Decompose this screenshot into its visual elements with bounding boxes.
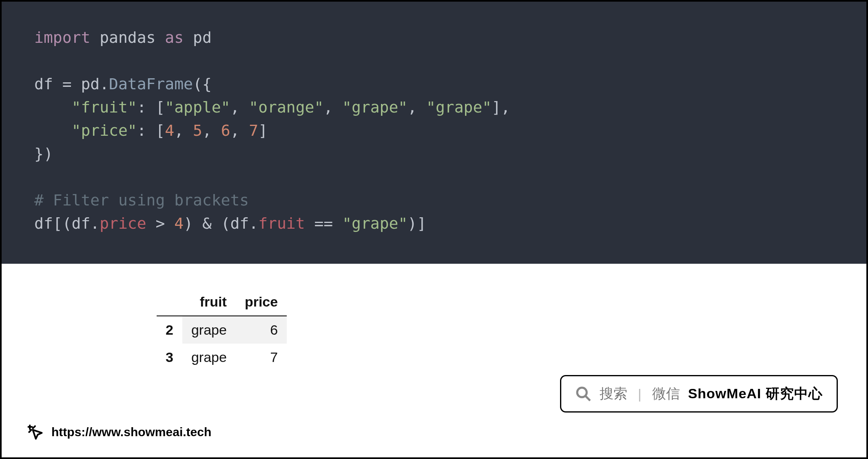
code-block: import pandas as pd df = pd.DataFrame({ … bbox=[2, 2, 866, 264]
rb-filter: )] bbox=[407, 214, 426, 232]
df-ref3: df bbox=[230, 214, 249, 232]
table-row: 3 grape 7 bbox=[157, 344, 287, 371]
search-badge: 搜索 | 微信 ShowMeAI 研究中心 bbox=[560, 375, 838, 413]
table-header-row: fruit price bbox=[157, 288, 287, 316]
dot2: . bbox=[90, 214, 100, 232]
key-price: "price" bbox=[72, 121, 137, 139]
table-row: 2 grape 6 bbox=[157, 316, 287, 344]
df-ref1: df bbox=[34, 214, 53, 232]
str-apple: "apple" bbox=[165, 98, 230, 116]
n7: 7 bbox=[249, 121, 258, 139]
cell-index: 3 bbox=[157, 344, 182, 371]
df-ref2: df bbox=[72, 214, 91, 232]
lb-filter: [( bbox=[53, 214, 72, 232]
ctor-dataframe: DataFrame bbox=[109, 75, 193, 93]
attr-price: price bbox=[100, 214, 146, 232]
rb2: ] bbox=[258, 121, 268, 139]
var-df: df bbox=[34, 75, 53, 93]
c6: , bbox=[230, 121, 240, 139]
pd-ref: pd bbox=[81, 75, 100, 93]
badge-brand: ShowMeAI 研究中心 bbox=[688, 384, 823, 403]
n5: 5 bbox=[193, 121, 202, 139]
alias-pd: pd bbox=[193, 29, 212, 46]
n6: 6 bbox=[221, 121, 230, 139]
n4: 4 bbox=[165, 121, 174, 139]
c3: , bbox=[407, 98, 417, 116]
kw-as: as bbox=[165, 29, 184, 46]
lit-grape: "grape" bbox=[342, 214, 407, 232]
rb1: ], bbox=[492, 98, 510, 116]
kw-import: import bbox=[34, 29, 90, 46]
header-fruit: fruit bbox=[182, 288, 236, 316]
amp-op: ) & ( bbox=[184, 214, 230, 232]
lb2: [ bbox=[155, 121, 165, 139]
cell-price: 6 bbox=[236, 316, 287, 344]
svg-point-0 bbox=[577, 388, 587, 397]
header-index bbox=[157, 288, 182, 316]
cell-price: 7 bbox=[236, 344, 287, 371]
module-pandas: pandas bbox=[100, 29, 155, 46]
str-grape2: "grape" bbox=[426, 98, 492, 116]
c5: , bbox=[202, 121, 212, 139]
lit-4: 4 bbox=[174, 214, 184, 232]
footer-url: https://www.showmeai.tech bbox=[51, 425, 211, 439]
badge-search-label: 搜索 bbox=[600, 384, 627, 403]
output-area: fruit price 2 grape 6 3 grape 7 bbox=[2, 264, 866, 371]
header-price: price bbox=[236, 288, 287, 316]
search-icon bbox=[575, 386, 591, 402]
lb1: [ bbox=[155, 98, 165, 116]
eq: = bbox=[62, 75, 72, 93]
eq-op: == bbox=[314, 214, 333, 232]
badge-divider: | bbox=[636, 386, 644, 402]
close-brace-paren: }) bbox=[34, 145, 53, 163]
document-frame: import pandas as pd df = pd.DataFrame({ … bbox=[0, 0, 868, 459]
colon1: : bbox=[137, 98, 146, 116]
cell-fruit: grape bbox=[182, 344, 236, 371]
c2: , bbox=[323, 98, 333, 116]
cell-index: 2 bbox=[157, 316, 182, 344]
dot: . bbox=[100, 75, 109, 93]
svg-line-1 bbox=[585, 396, 590, 401]
c4: , bbox=[174, 121, 184, 139]
badge-wechat-label: 微信 bbox=[652, 384, 680, 403]
str-orange: "orange" bbox=[249, 98, 323, 116]
attr-fruit: fruit bbox=[258, 214, 305, 232]
key-fruit: "fruit" bbox=[72, 98, 137, 116]
output-table: fruit price 2 grape 6 3 grape 7 bbox=[157, 288, 287, 371]
cursor-click-icon bbox=[26, 423, 44, 441]
comment-filter: # Filter using brackets bbox=[34, 191, 249, 209]
cell-fruit: grape bbox=[182, 316, 236, 344]
open-paren-brace: ({ bbox=[193, 75, 212, 93]
colon2: : bbox=[137, 121, 146, 139]
footer-link[interactable]: https://www.showmeai.tech bbox=[26, 423, 211, 441]
c1: , bbox=[230, 98, 240, 116]
gt-op: > bbox=[155, 214, 165, 232]
str-grape1: "grape" bbox=[342, 98, 407, 116]
dot3: . bbox=[249, 214, 258, 232]
